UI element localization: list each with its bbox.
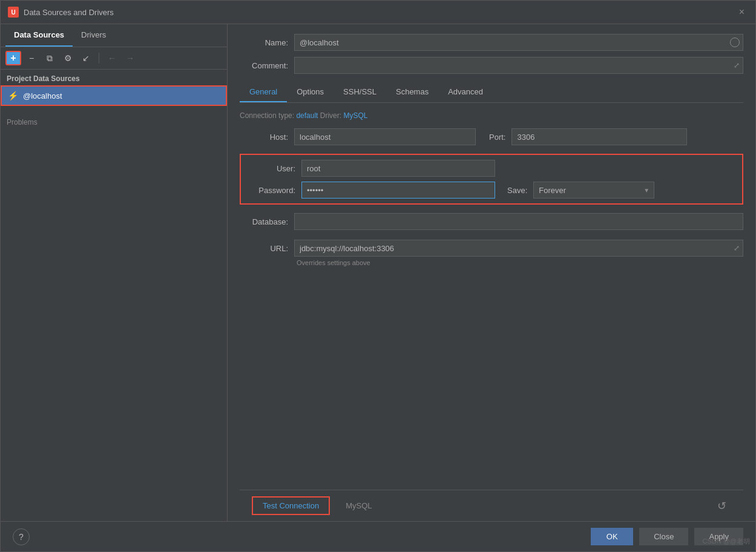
conn-driver-link[interactable]: MySQL (343, 111, 367, 120)
name-input-wrap (294, 34, 743, 51)
subtab-general[interactable]: General (240, 82, 287, 102)
name-row: Name: (240, 34, 743, 51)
right-panel: Name: Comment: ⤢ General (228, 24, 755, 521)
name-circle-button[interactable] (730, 38, 740, 47)
test-connection-button[interactable]: Test Connection (252, 496, 330, 515)
forward-button[interactable]: → (122, 51, 138, 65)
user-input[interactable] (301, 160, 495, 177)
conn-type-link[interactable]: default (296, 111, 318, 120)
watermark: CSDN @@老胡 (702, 537, 750, 546)
dialog-title: Data Sources and Drivers (24, 8, 731, 17)
password-label: Password: (247, 186, 295, 195)
database-input[interactable] (294, 213, 743, 230)
tree-section-label: Project Data Sources (1, 70, 227, 85)
url-input-wrap: ⤢ (294, 240, 743, 257)
name-label: Name: (240, 38, 288, 47)
toolbar-divider (99, 53, 99, 64)
save-select-wrap: Forever Until restart Never ▼ (533, 182, 654, 199)
mysql-button[interactable]: MySQL (336, 498, 381, 514)
comment-input-wrap: ⤢ (294, 57, 743, 74)
add-button[interactable]: + (5, 51, 21, 65)
problems-label: Problems (1, 106, 227, 129)
save-label: Save: (507, 186, 527, 195)
host-row: Host: Port: (240, 128, 743, 145)
save-select[interactable]: Forever Until restart Never (533, 182, 654, 199)
port-input[interactable] (511, 128, 687, 145)
close-icon[interactable]: × (735, 5, 748, 19)
comment-input[interactable] (294, 57, 743, 74)
database-label: Database: (240, 217, 288, 226)
tab-drivers[interactable]: Drivers (73, 24, 114, 47)
tab-data-sources[interactable]: Data Sources (5, 24, 73, 47)
user-row: User: (247, 160, 736, 177)
help-button[interactable]: ? (13, 528, 30, 545)
config-button[interactable]: ⚙ (60, 51, 76, 65)
main-content: Data Sources Drivers + − ⧉ ⚙ ↙ ← → Proje… (1, 24, 755, 521)
datasource-item-localhost[interactable]: ⚡ @localhost (1, 85, 227, 106)
subtabs: General Options SSH/SSL Schemas Advanced (240, 82, 743, 103)
user-password-group: User: Password: Save: Forever Until rest… (240, 154, 743, 205)
back-button[interactable]: ← (104, 51, 120, 65)
bottom-bar: Test Connection MySQL ↺ (240, 490, 743, 521)
conn-driver-prefix: Driver: (318, 111, 343, 120)
toolbar: + − ⧉ ⚙ ↙ ← → (1, 47, 227, 70)
password-row: Password: Save: Forever Until restart Ne… (247, 182, 736, 199)
host-label: Host: (240, 133, 288, 142)
reset-button[interactable]: ↺ (712, 497, 731, 515)
db-icon: ⚡ (8, 91, 18, 100)
url-row: URL: ⤢ (240, 240, 743, 257)
subtab-ssh-ssl[interactable]: SSH/SSL (334, 82, 386, 102)
subtab-schemas[interactable]: Schemas (386, 82, 438, 102)
dialog-footer: ? OK Close Apply (1, 521, 755, 551)
left-panel: Data Sources Drivers + − ⧉ ⚙ ↙ ← → Proje… (1, 24, 228, 521)
user-label: User: (247, 164, 295, 173)
comment-row: Comment: ⤢ (240, 57, 743, 74)
save-row: Save: Forever Until restart Never ▼ (507, 182, 654, 199)
conn-type-prefix: Connection type: (240, 111, 296, 120)
subtab-options[interactable]: Options (287, 82, 334, 102)
datasource-item-label: @localhost (23, 91, 62, 100)
right-panel-inner: Name: Comment: ⤢ General (240, 34, 743, 490)
import-button[interactable]: ↙ (78, 51, 94, 65)
name-input[interactable] (294, 34, 743, 51)
close-footer-button[interactable]: Close (639, 528, 688, 545)
comment-expand-icon[interactable]: ⤢ (734, 61, 740, 70)
left-tabs: Data Sources Drivers (1, 24, 227, 47)
port-label: Port: (489, 133, 505, 142)
ok-button[interactable]: OK (591, 528, 633, 545)
database-row: Database: (240, 213, 743, 230)
remove-button[interactable]: − (24, 51, 39, 65)
app-icon: U (8, 7, 19, 18)
dialog-window: U Data Sources and Drivers × Data Source… (0, 0, 756, 552)
url-input[interactable] (294, 240, 743, 257)
url-expand-icon[interactable]: ⤢ (734, 244, 740, 252)
url-label: URL: (240, 244, 288, 253)
password-input[interactable] (301, 182, 495, 199)
title-bar: U Data Sources and Drivers × (1, 1, 755, 24)
host-input[interactable] (294, 128, 476, 145)
subtab-advanced[interactable]: Advanced (438, 82, 493, 102)
overrides-text: Overrides settings above (297, 259, 743, 266)
conn-info: Connection type: default Driver: MySQL (240, 111, 743, 120)
copy-button[interactable]: ⧉ (42, 51, 58, 65)
comment-label: Comment: (240, 61, 288, 70)
